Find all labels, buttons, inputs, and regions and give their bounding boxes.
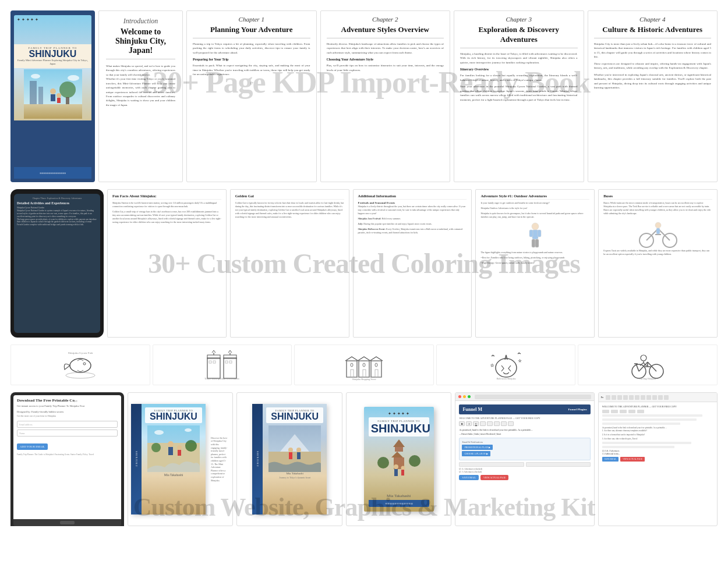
svg-rect-14	[529, 230, 533, 237]
coloring-shops: Shinjuku Shopping Street	[294, 345, 434, 385]
mid-page-3-title: Additional Information	[358, 194, 467, 200]
chapter2-page: Chapter 2 Adventure Styles Overview Dist…	[320, 10, 451, 182]
book-mockup-2: SHINJUKU FAMILY TRIP PLANNER TO SHINJUKU	[236, 392, 342, 526]
svg-rect-78	[168, 447, 173, 455]
coloring-cyclist: Cycling Shinjuku	[578, 345, 718, 385]
chapter3-title: Exploration & Discovery Adventures	[460, 25, 578, 48]
introduction-page: Introduction Welcome to Shinjuku City, J…	[98, 10, 183, 182]
website-mockup: Funnel M Funnel Plugins WELCOME TO THE A…	[455, 392, 594, 526]
svg-rect-5	[66, 97, 69, 104]
laptop-cta-button[interactable]: ADD YOUR EMAIL	[17, 443, 48, 450]
mid-page-3-body: Shinjuku is a lively district throughout…	[358, 205, 467, 235]
svg-point-93	[377, 457, 389, 469]
top-row: ✦ ✦ ✦ ✦ ✦ FAMILY TRIP PLANNER TO SHINJUK…	[10, 10, 718, 182]
tablet-chapter-label: Chapter Three: Exploration & Discovery A…	[17, 197, 97, 200]
chapter1-title: Planning Your Adventure	[193, 25, 310, 38]
coloring-row: Shinjuku Gyoen Fish Tokyo Metropolita	[10, 345, 718, 385]
svg-point-24	[655, 222, 661, 228]
laptop-header: Download The Free Printable Copy	[17, 398, 118, 403]
laptop-trackpad	[60, 521, 75, 524]
svg-text:Halloween Shinjuku: Halloween Shinjuku	[496, 377, 515, 380]
svg-rect-2	[30, 81, 37, 104]
cover-birds: ✦ ✦ ✦ ✦ ✦	[17, 17, 38, 22]
website-content: Funnel M Funnel Plugins WELCOME TO THE A…	[455, 401, 593, 484]
svg-point-86	[296, 448, 301, 452]
editor-save-btn[interactable]: SAVE EMAIL	[602, 457, 619, 462]
mid-page-1-body: Shinjuku Station is the world's busiest …	[112, 201, 221, 224]
funnel-plan-btn[interactable]: CHOOSE A PLAN IN ▶	[462, 451, 490, 456]
cover-shinjuku-title: SHINJUKU	[17, 49, 89, 59]
mid-page-2-body: Golden Gai is typically known for its ti…	[235, 201, 344, 219]
chapter4-page: Chapter 4 Culture & Historic Adventures …	[588, 10, 718, 182]
svg-rect-9	[57, 98, 61, 103]
middle-page-2: Golden Gai Golden Gai is typically known…	[230, 189, 349, 338]
book-mockup-1: SHINJUKU FAMILY TRIP PLANNER TO SHINJUKU	[128, 392, 233, 526]
chapter2-title: Adventure Styles Overview	[327, 25, 444, 38]
editor-body: WELCOME TO THE ADVENTURE PLANNER — GET Y…	[599, 402, 717, 464]
chapter1-page-number: 17	[193, 81, 310, 85]
main-container: 130+ Page KDP Import-Ready Book ✦ ✦ ✦ ✦ …	[0, 0, 728, 582]
svg-rect-85	[289, 452, 292, 459]
mid-page-5-title: Buses	[603, 194, 712, 200]
browser-bar	[455, 393, 593, 401]
mid-page-1-title: Fun Facts About Shinjuku:	[112, 194, 221, 200]
tablet-heading: Detailed Activities and Experiences	[17, 201, 97, 205]
intro-body: What makes Shinjuku so special, and we'r…	[106, 64, 175, 107]
laptop-screen: Download The Free Printable Copy Get ins…	[13, 395, 121, 519]
svg-rect-17	[535, 239, 539, 247]
chapter4-body: Shinjuku City is more than just a lively…	[594, 42, 712, 93]
svg-text:Shinjuku Gyoen Fish: Shinjuku Gyoen Fish	[68, 352, 93, 354]
svg-point-73	[185, 428, 192, 432]
laptop-form: Email address Name ADD YOUR EMAIL	[17, 421, 118, 450]
chapter1-number: Chapter 1	[193, 16, 310, 23]
svg-text:Cycling Shinjuku: Cycling Shinjuku	[639, 377, 656, 380]
chapter2-number: Chapter 2	[327, 16, 444, 23]
tablet-device: Chapter Three: Exploration & Discovery A…	[10, 189, 104, 338]
svg-point-72	[154, 430, 164, 435]
row1-container: 130+ Page KDP Import-Ready Book ✦ ✦ ✦ ✦ …	[10, 10, 718, 182]
tablet-screen: Chapter Three: Exploration & Discovery A…	[14, 194, 100, 333]
chapter3-number: Chapter 3	[460, 16, 578, 23]
funnel-header: Funnel M Funnel Plugins	[459, 404, 590, 414]
chapter1-body: Planning a trip to Tokyo requires a bit …	[193, 42, 310, 79]
view-actual-page-button[interactable]: VIEW ACTUAL PAGE	[480, 475, 508, 480]
mid-page-5-body: Buses: While trains are the most common …	[603, 201, 712, 256]
svg-point-95	[394, 464, 398, 469]
funnel-email-cta[interactable]: PROMOTIONAL PLAN ▶	[462, 445, 492, 450]
editor-mockup: Fo WELCOME TO THE ADVENTURE PLANNER — GE…	[598, 392, 718, 526]
svg-text:★: ★	[490, 363, 494, 368]
chapter3-page: Chapter 3 Exploration & Discovery Advent…	[454, 10, 584, 182]
cover-subtitle-text: Family Mini Adventure Planner Exploring …	[17, 59, 89, 66]
editor-toolbar: B I U	[459, 421, 590, 426]
svg-point-6	[50, 88, 56, 94]
book1-description: Discover the best of Shinjuku City with …	[208, 434, 229, 484]
svg-point-8	[56, 93, 61, 98]
svg-rect-3	[38, 87, 43, 104]
mid-page-4-body: Is your family eager to get outdoors and…	[480, 201, 589, 265]
svg-point-4	[59, 81, 76, 98]
tablet-text: Shinjuku Gyoen National Garden Shinjuku …	[17, 207, 97, 226]
browser-dot-max	[468, 395, 471, 398]
middle-page-4: Adventure Style #1: Outdoor Adventures I…	[475, 189, 595, 338]
svg-rect-80	[178, 450, 181, 456]
editor-view-btn[interactable]: VIEW ACTUAL PAGE	[620, 457, 645, 462]
svg-rect-87	[297, 452, 301, 459]
middle-row: 30+ Custom Created Coloring Images Chapt…	[10, 189, 718, 338]
coloring-koi: Shinjuku Gyoen Fish	[10, 345, 150, 385]
laptop-subtext: Get instant access to your Family Trip P…	[17, 404, 118, 408]
svg-rect-15	[538, 230, 541, 237]
cover-wave-decoration: ≋≋≋≋≋≋≋≋≋≋≋≋≋≋≋	[14, 167, 91, 179]
svg-rect-1	[24, 104, 82, 119]
chapter1-page: Chapter 1 Planning Your Adventure Planni…	[186, 10, 317, 182]
coloring-halloween: ★ ★ Halloween Shinjuku	[436, 345, 576, 385]
svg-point-84	[288, 448, 293, 452]
cover-sky: ✦ ✦ ✦ ✦ ✦	[14, 15, 91, 44]
save-email-button[interactable]: SAVE EMAIL	[459, 475, 479, 480]
book2-illustration	[268, 425, 321, 472]
svg-rect-90	[395, 447, 403, 452]
book3-front: ✦ ✦ ✦ ✦ ✦ FAMILY TRIP PLANNER TO SHINJUK…	[364, 407, 434, 512]
svg-point-97	[401, 466, 405, 470]
funnel-form: Email & Notifications PROMOTIONAL PLAN ▶…	[459, 438, 590, 460]
svg-rect-43	[344, 349, 384, 381]
svg-text:Tokyo Metropolitan Government: Tokyo Metropolitan Government	[205, 377, 240, 380]
